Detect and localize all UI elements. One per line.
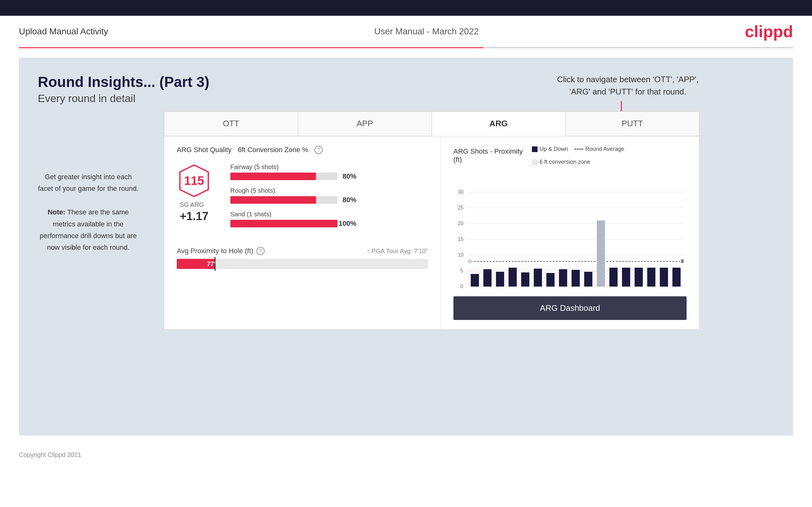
header-divider <box>19 47 793 48</box>
legend-round-avg-icon <box>574 149 583 150</box>
hex-container: 115 SG ARG +1.17 <box>177 163 211 223</box>
hex-value: 115 <box>184 174 204 188</box>
legend-6ft-icon <box>532 159 538 165</box>
quality-header: ARG Shot Quality 6ft Conversion Zone % ? <box>177 146 428 154</box>
bar-fill <box>230 196 316 204</box>
svg-rect-38 <box>660 268 668 287</box>
svg-rect-26 <box>509 268 517 287</box>
user-manual-label: User Manual - March 2022 <box>374 26 478 37</box>
svg-text:20: 20 <box>458 221 463 226</box>
svg-rect-29 <box>546 273 555 287</box>
help-icon[interactable]: ? <box>314 146 323 154</box>
svg-rect-36 <box>635 268 643 287</box>
svg-text:25: 25 <box>458 205 463 210</box>
conversion-label: 6ft Conversion Zone % <box>238 146 308 154</box>
dashboard-card: OTT APP ARG PUTT ARG Shot Quality 6ft Co… <box>164 111 700 330</box>
sg-label: SG ARG <box>180 201 204 209</box>
sg-container: SG ARG +1.17 <box>180 201 208 223</box>
svg-rect-24 <box>484 269 492 287</box>
main-content: Round Insights... (Part 3) Every round i… <box>19 58 793 436</box>
hex-sg-row: 115 SG ARG +1.17 Fairway (5 shots)80%Rou… <box>177 163 428 234</box>
legend-updown-label: Up & Down <box>540 146 568 153</box>
proximity-section: Avg Proximity to Hole (ft) ? ↑ PGA Tour … <box>177 247 428 269</box>
proximity-help-icon[interactable]: ? <box>256 247 265 255</box>
sg-value: +1.17 <box>180 210 208 223</box>
chart-svg: 0 5 10 15 20 25 30 <box>453 172 687 291</box>
right-panel: ARG Shots - Proximity (ft) Up & Down Rou… <box>441 136 699 329</box>
proximity-value: 77' <box>207 261 215 268</box>
card-body: ARG Shot Quality 6ft Conversion Zone % ?… <box>164 136 699 329</box>
svg-rect-32 <box>584 272 592 287</box>
tab-ott[interactable]: OTT <box>164 111 298 136</box>
side-text-note: Note: <box>48 208 65 216</box>
legend-round-avg-label: Round Average <box>585 146 624 153</box>
svg-text:0: 0 <box>460 284 463 289</box>
bar-row: Sand (1 shots)100% <box>230 211 428 229</box>
svg-marker-20 <box>468 260 473 263</box>
svg-rect-27 <box>521 272 529 287</box>
svg-rect-23 <box>471 274 479 287</box>
svg-text:15: 15 <box>458 236 463 242</box>
bar-row: Fairway (5 shots)80% <box>230 163 428 181</box>
svg-rect-39 <box>672 268 680 287</box>
bar-row: Rough (5 shots)80% <box>230 187 428 205</box>
left-panel: ARG Shot Quality 6ft Conversion Zone % ?… <box>164 136 441 329</box>
svg-rect-37 <box>647 268 655 287</box>
quality-label: ARG Shot Quality <box>177 146 232 154</box>
bar-label: Fairway (5 shots) <box>230 163 428 171</box>
svg-rect-28 <box>534 269 542 287</box>
svg-text:30: 30 <box>458 189 463 194</box>
tab-arg[interactable]: ARG <box>432 111 566 136</box>
bar-fill <box>230 220 338 227</box>
bar-label: Sand (1 shots) <box>230 211 428 218</box>
bar-label: Rough (5 shots) <box>230 187 428 194</box>
bar-pct: 80% <box>343 172 356 180</box>
svg-rect-31 <box>571 270 580 287</box>
bar-track: 100% <box>230 220 338 227</box>
legend-round-avg: Round Average <box>574 146 624 153</box>
svg-text:5: 5 <box>460 268 463 273</box>
tab-putt[interactable]: PUTT <box>566 111 700 136</box>
svg-text:10: 10 <box>458 252 463 258</box>
legend-updown: Up & Down <box>532 146 568 153</box>
nav-hint-text: Click to navigate between 'OTT', 'APP','… <box>557 73 699 98</box>
arg-dashboard-button[interactable]: ARG Dashboard <box>453 296 687 320</box>
proximity-header: Avg Proximity to Hole (ft) ? ↑ PGA Tour … <box>177 247 428 255</box>
legend: Up & Down Round Average 6 ft conversion … <box>532 146 687 165</box>
chart-title: ARG Shots - Proximity (ft) <box>453 148 532 164</box>
svg-rect-35 <box>622 268 630 287</box>
legend-updown-icon <box>532 147 538 152</box>
proximity-label: Avg Proximity to Hole (ft) <box>177 247 253 255</box>
tab-app[interactable]: APP <box>298 111 432 136</box>
copyright: Copyright Clippd 2021 <box>19 451 81 458</box>
bar-pct: 100% <box>339 220 356 228</box>
chart-header: ARG Shots - Proximity (ft) Up & Down Rou… <box>453 146 687 165</box>
upload-label: Upload Manual Activity <box>19 26 108 37</box>
bar-track: 80% <box>230 173 338 180</box>
bar-track: 80% <box>230 196 338 204</box>
bars-section: Fairway (5 shots)80%Rough (5 shots)80%Sa… <box>230 163 428 234</box>
proximity-track: 77' <box>177 259 428 269</box>
side-text: Get greater insight into each facet of y… <box>38 171 139 253</box>
side-text-p1: Get greater insight into each facet of y… <box>38 173 138 192</box>
pga-label: ↑ PGA Tour Avg: 7'10" <box>366 247 428 255</box>
svg-rect-25 <box>496 272 504 287</box>
svg-rect-34 <box>609 268 618 287</box>
tabs-row: OTT APP ARG PUTT <box>164 111 699 136</box>
header: Upload Manual Activity User Manual - Mar… <box>0 16 812 47</box>
legend-6ft: 6 ft conversion zone <box>532 159 590 165</box>
svg-rect-30 <box>559 269 567 287</box>
bars-container: Fairway (5 shots)80%Rough (5 shots)80%Sa… <box>230 163 428 229</box>
svg-rect-33 <box>597 220 605 287</box>
bar-pct: 80% <box>343 196 356 204</box>
legend-6ft-label: 6 ft conversion zone <box>540 159 590 165</box>
chart-area: 0 5 10 15 20 25 30 <box>453 172 687 291</box>
top-bar <box>0 0 812 16</box>
svg-text:8: 8 <box>681 259 684 264</box>
bar-fill <box>230 173 316 180</box>
footer: Copyright Clippd 2021 <box>0 445 812 465</box>
clippd-logo: clippd <box>745 22 793 41</box>
hexagon: 115 <box>177 163 211 198</box>
